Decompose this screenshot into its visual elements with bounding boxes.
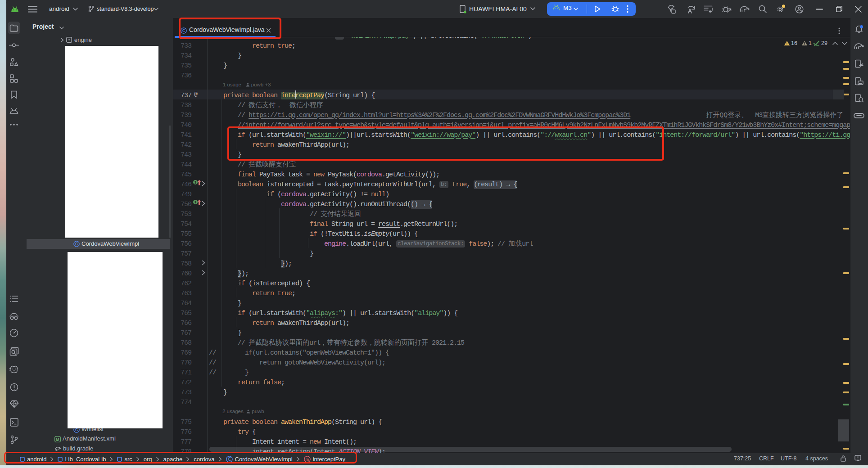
svg-text:C: C [75, 241, 78, 246]
svg-text:M: M [56, 437, 59, 442]
